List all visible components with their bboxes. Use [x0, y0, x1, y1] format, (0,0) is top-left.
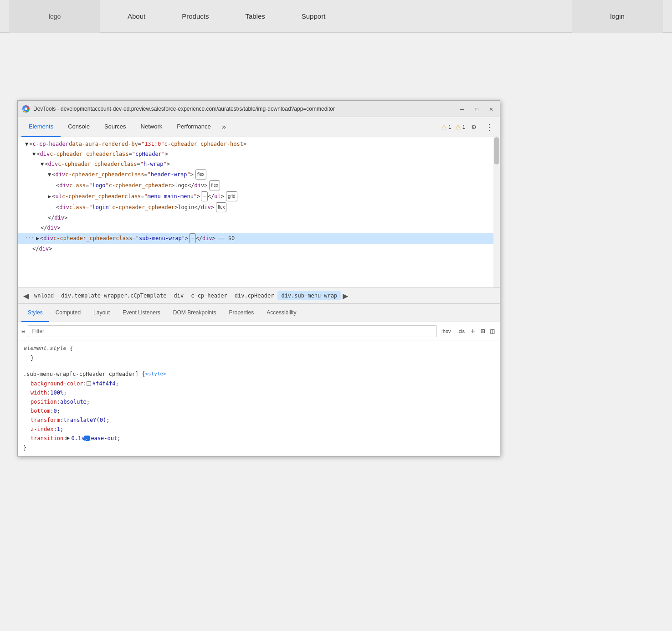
html-line[interactable]: ▼ <div c-cpheader_cpheader class="cpHead… — [18, 149, 500, 159]
html-line[interactable]: ▶ <ul c-cpheader_cpheader class="menu ma… — [18, 191, 500, 202]
css-selector[interactable]: .sub-menu-wrap[c-cpHeader_cpHeader] { — [23, 369, 145, 379]
style-val[interactable]: absolute — [60, 397, 87, 406]
triangle-right-icon[interactable] — [67, 436, 70, 440]
devtools-controls: — ☐ ✕ — [458, 105, 495, 113]
html-line[interactable]: ▼ <c-cp-header data-aura-rendered-by="13… — [18, 139, 500, 149]
tab-network[interactable]: Network — [133, 117, 170, 137]
more-options-icon[interactable]: ⋮ — [482, 122, 496, 132]
collapse-arrow[interactable]: ▼ — [48, 170, 51, 179]
tab-computed[interactable]: Computed — [49, 304, 87, 322]
tab-sources[interactable]: Sources — [97, 117, 133, 137]
tab-dom-breakpoints[interactable]: DOM Breakpoints — [167, 304, 223, 322]
style-prop[interactable]: bottom — [31, 406, 50, 416]
style-prop[interactable]: background-color — [31, 379, 83, 388]
close-button[interactable]: ✕ — [487, 105, 495, 113]
style-prop[interactable]: z-index — [31, 425, 54, 434]
breadcrumb-item-selected[interactable]: div.sub-menu-wrap — [277, 291, 341, 300]
flex-badge[interactable]: flex — [195, 169, 206, 180]
style-property-line: z-index : 1 ; — [23, 425, 494, 434]
err-badge: ⚠ 1 — [455, 123, 466, 131]
new-style-rule-button[interactable]: ⊞ — [479, 327, 487, 335]
collapse-arrow[interactable]: ▼ — [32, 149, 36, 159]
breadcrumb-item[interactable]: div — [170, 291, 188, 300]
style-val[interactable]: 100% — [50, 388, 63, 397]
html-panel: ▼ <c-cp-header data-aura-rendered-by="13… — [18, 137, 500, 287]
hov-button[interactable]: :hov — [440, 328, 453, 335]
color-swatch[interactable] — [87, 381, 91, 386]
style-val[interactable]: 0.1s — [71, 434, 84, 443]
breadcrumb-item[interactable]: wnload — [31, 291, 57, 300]
minimize-button[interactable]: — — [458, 105, 466, 113]
style-val[interactable]: 0 — [54, 406, 57, 416]
breadcrumb-left-arrow[interactable]: ◀ — [21, 292, 31, 300]
style-property-line: width : 100% ; — [23, 388, 494, 397]
tab-accessibility[interactable]: Accessibility — [260, 304, 303, 322]
closing-brace: } — [23, 445, 26, 451]
color-scheme-button[interactable]: ◫ — [489, 327, 496, 335]
style-val[interactable]: 1 — [57, 425, 60, 434]
warn-count: 1 — [448, 124, 451, 130]
navbar-link-products[interactable]: Products — [164, 0, 227, 33]
expand-arrow[interactable]: ▶ — [48, 192, 51, 201]
collapse-arrow[interactable]: ▼ — [25, 139, 28, 149]
navbar: logo About Products Tables Support login — [0, 0, 672, 33]
css-source-link[interactable]: <style> — [145, 369, 166, 379]
style-val[interactable]: #f4f4f4 — [92, 379, 116, 388]
settings-icon[interactable]: ⚙ — [469, 123, 479, 131]
grid-badge[interactable]: grid — [226, 191, 237, 201]
tab-performance[interactable]: Performance — [169, 117, 218, 137]
filter-input[interactable] — [28, 325, 436, 337]
dots-badge[interactable]: ··· — [201, 191, 207, 201]
checkbox-icon[interactable] — [84, 436, 90, 441]
tab-styles[interactable]: Styles — [21, 304, 49, 322]
style-prop[interactable]: transition — [31, 434, 63, 443]
devtools-url: DevTools - developmentaccount-dev-ed.pre… — [33, 106, 453, 112]
navbar-link-about[interactable]: About — [109, 0, 164, 33]
tab-elements[interactable]: Elements — [21, 117, 61, 137]
html-line[interactable]: ▼ <div c-cpheader_cpheader class="header… — [18, 169, 500, 180]
style-prop[interactable]: width — [31, 388, 47, 397]
navbar-login[interactable]: login — [572, 0, 663, 33]
breadcrumb-item[interactable]: c-cp-header — [187, 291, 231, 300]
breadcrumb-right-arrow[interactable]: ▶ — [341, 292, 350, 300]
add-style-button[interactable]: + — [469, 327, 477, 335]
scrollbar-thumb[interactable] — [494, 137, 499, 164]
html-line[interactable]: <div class="login" c-cpheader_cpheader> … — [18, 202, 500, 213]
element-style-close: } — [31, 355, 34, 361]
tab-layout[interactable]: Layout — [87, 304, 116, 322]
breadcrumb-item[interactable]: div.template-wrapper.cCpTemplate — [57, 291, 170, 300]
navbar-logo: logo — [9, 0, 100, 33]
filter-bar: ⊟ :hov .cls + ⊞ ◫ — [18, 322, 500, 340]
element-style-rule: element.style { } — [18, 340, 500, 366]
style-prop[interactable]: position — [31, 397, 57, 406]
style-property-line: transform : translateY(0) ; — [23, 416, 494, 425]
flex-badge[interactable]: flex — [209, 180, 220, 190]
style-val[interactable]: translateY(0) — [63, 416, 106, 425]
breadcrumb-item[interactable]: div.cpHeader — [231, 291, 278, 300]
devtools-titlebar: DevTools - developmentaccount-dev-ed.pre… — [18, 101, 500, 117]
tab-console[interactable]: Console — [61, 117, 97, 137]
dots-badge[interactable]: ··· — [189, 233, 195, 243]
html-line[interactable]: <div class="logo" c-cpheader_cpheader> l… — [18, 180, 500, 191]
styles-panel: element.style { } .sub-menu-wrap[c-cpHea… — [18, 340, 500, 456]
html-scrollbar[interactable] — [493, 137, 500, 287]
devtools-window: DevTools - developmentaccount-dev-ed.pre… — [17, 100, 500, 457]
tab-more-button[interactable]: » — [218, 123, 230, 131]
tab-properties[interactable]: Properties — [223, 304, 261, 322]
html-line[interactable]: ▼ <div c-cpheader_cpheader class="h-wrap… — [18, 159, 500, 169]
tab-event-listeners[interactable]: Event Listeners — [116, 304, 167, 322]
html-line[interactable]: </div> — [18, 213, 500, 223]
style-prop[interactable]: transform — [31, 416, 60, 425]
navbar-link-tables[interactable]: Tables — [227, 0, 283, 33]
cls-button[interactable]: .cls — [456, 328, 467, 335]
style-property-line: transition : 0.1s ease-out ; — [23, 434, 494, 443]
html-line[interactable]: </div> — [18, 244, 500, 254]
flex-badge[interactable]: flex — [216, 202, 227, 212]
navbar-link-support[interactable]: Support — [283, 0, 344, 33]
style-val[interactable]: ease-out — [91, 434, 117, 443]
maximize-button[interactable]: ☐ — [472, 105, 481, 113]
html-line-selected[interactable]: ··· ▶ <div c-cpheader_cpheader class="su… — [18, 233, 500, 244]
expand-arrow[interactable]: ▶ — [36, 234, 39, 243]
html-line[interactable]: </div> — [18, 223, 500, 233]
collapse-arrow[interactable]: ▼ — [41, 159, 44, 169]
